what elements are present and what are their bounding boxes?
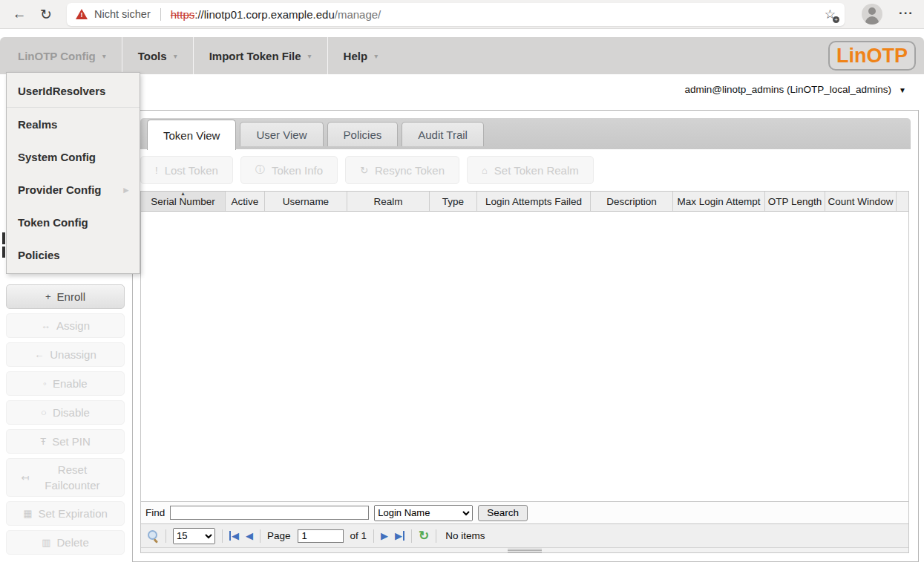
tab-token-view[interactable]: Token View [147,120,236,150]
address-bar[interactable]: ! Nicht sicher https://linotp01.corp.exa… [67,3,845,26]
enroll-button[interactable]: + Enroll [6,284,125,309]
home-icon: ⌂ [482,165,488,176]
disable-button[interactable]: ○ Disable [6,400,125,425]
linotp-logo: LinOTP [828,41,916,71]
unassign-button[interactable]: ← Unassign [6,342,125,367]
menu-help[interactable]: Help ▾ [328,37,394,74]
pager-separator [436,529,436,543]
avatar-head [868,7,876,15]
menu-item-useridresolvers[interactable]: UserIdResolvers [7,75,140,108]
url-text[interactable]: https://linotp01.corp.example.edu/manage… [171,8,381,21]
plus-icon: + [45,291,51,302]
column-header-login-attempts-failed[interactable]: Login Attempts Failed [477,192,591,211]
circle-small-icon: ◦ [43,378,47,389]
url-scheme: https [171,8,195,21]
find-input[interactable] [170,506,369,520]
arrow-left-icon: ← [34,349,44,360]
next-page-icon[interactable]: ▶ [381,531,388,541]
first-page-icon[interactable]: ◀ [229,531,239,541]
chevron-down-icon: ▾ [174,52,177,60]
reload-grid-icon[interactable]: ↻ [419,529,429,542]
token-info-button[interactable]: ⓘ Token Info [240,156,338,184]
prev-page-icon[interactable]: ◀ [246,531,253,541]
menu-item-provider-config[interactable]: Provider Config ▸ [7,173,140,206]
url-path: /manage/ [335,8,381,21]
favorite-plus-badge: + [833,16,839,23]
calendar-icon: ▦ [23,508,32,519]
column-header-active[interactable]: Active [226,192,265,211]
refresh-icon: ↻ [360,165,368,176]
page-number-input[interactable] [298,529,344,543]
tab-user-view[interactable]: User View [240,122,323,146]
search-icon[interactable] [148,530,159,541]
menu-item-token-config[interactable]: Token Config [7,206,140,238]
app-menubar: LinOTP Config ▾ Tools ▾ Import Token Fil… [0,37,924,74]
token-grid: ▴ Serial Number Active Username Realm Ty… [140,191,909,553]
chevron-down-icon: ▾ [374,52,378,60]
delete-button[interactable]: ▥ Delete [6,530,125,555]
search-filter-select[interactable]: Login Name [374,505,473,521]
set-pin-button[interactable]: Ŧ Set PIN [6,429,125,454]
trash-icon: ▥ [42,537,50,548]
column-header-otp-length[interactable]: OTP Length [765,192,825,211]
menu-item-system-config[interactable]: System Config [7,140,140,173]
set-expiration-button[interactable]: ▦ Set Expiration [6,501,125,526]
hidden-sidebar-fragment [2,247,5,258]
page-label: Page [267,530,291,541]
submenu-arrow-icon: ▸ [123,184,128,195]
reload-icon[interactable]: ↻ [33,6,59,23]
reset-failcounter-button[interactable]: ↤ Reset Failcounter [6,458,125,497]
page-size-select[interactable]: 15 [173,528,215,544]
address-divider [160,8,161,21]
add-favorite-icon[interactable]: ☆ + [825,8,836,21]
find-label: Find [145,507,165,518]
avatar-torso [865,16,879,25]
menu-item-realms[interactable]: Realms [7,108,140,140]
column-header-max-login-attempt[interactable]: Max Login Attempt [673,192,765,211]
enable-button[interactable]: ◦ Enable [6,371,125,396]
resync-token-button[interactable]: ↻ Resync Token [345,156,459,184]
grid-status-text: No items [445,530,485,541]
back-icon[interactable]: ← [6,6,33,22]
column-header-count-window[interactable]: Count Window [825,192,897,211]
chevron-down-icon: ▾ [102,52,106,60]
pager-separator [222,529,223,543]
column-header-filler [897,192,908,211]
pager-separator [373,529,374,543]
last-page-icon[interactable]: ▶ [395,531,404,541]
assign-button[interactable]: ↔ Assign [6,313,125,338]
not-secure-label[interactable]: Nicht sicher [94,8,151,20]
profile-avatar[interactable] [862,4,882,25]
set-token-realm-button[interactable]: ⌂ Set Token Realm [467,156,594,184]
browser-menu-icon[interactable]: ··· [899,6,914,21]
page-count-label: of 1 [350,530,367,541]
tab-audit-trail[interactable]: Audit Trail [402,122,484,146]
search-button[interactable]: Search [478,505,528,521]
chevron-down-icon: ▾ [308,52,312,60]
token-toolbar: ! Lost Token ⓘ Token Info ↻ Resync Token… [140,156,911,184]
pager: 15 ◀ ◀ Page of 1 ▶ ▶ ↻ No items [141,523,908,547]
menu-import-token-file[interactable]: Import Token File ▾ [194,37,327,74]
pager-separator [260,529,261,543]
menu-item-policies[interactable]: Policies [7,238,140,271]
grid-footer [141,547,908,552]
column-header-type[interactable]: Type [430,192,477,211]
linotp-config-dropdown: UserIdResolvers Realms System Config Pro… [6,72,140,274]
resize-grip[interactable] [508,549,542,552]
column-header-realm[interactable]: Realm [347,192,430,211]
menu-tools[interactable]: Tools ▾ [122,37,193,74]
tab-bar: Token View User View Policies Audit Trai… [140,118,911,149]
search-bar: Find Login Name Search [141,501,908,523]
menu-linotp-config[interactable]: LinOTP Config ▾ [0,37,122,74]
arrows-horizontal-icon: ↔ [41,320,50,331]
pager-separator [411,529,412,543]
lost-token-button[interactable]: ! Lost Token [140,156,233,184]
alert-icon: ! [155,165,158,176]
account-menu[interactable]: admin@linotp_admins (LinOTP_local_admins… [685,84,907,95]
pager-separator [166,529,166,543]
info-icon: ⓘ [255,163,265,177]
column-header-description[interactable]: Description [591,192,673,211]
column-header-serial-number[interactable]: ▴ Serial Number [141,192,226,211]
tab-policies[interactable]: Policies [327,122,399,146]
column-header-username[interactable]: Username [265,192,347,211]
